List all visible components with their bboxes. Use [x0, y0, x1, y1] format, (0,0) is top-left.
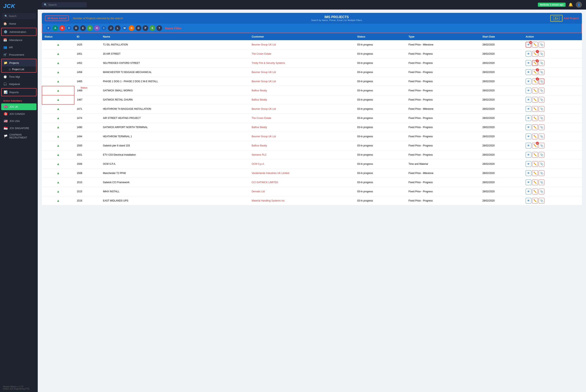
- allocate-button[interactable]: 📎: [539, 78, 544, 84]
- view-button[interactable]: 👁: [526, 106, 531, 112]
- allocate-button[interactable]: 📎: [539, 170, 544, 176]
- view-button[interactable]: 👁: [526, 115, 531, 121]
- customer-link[interactable]: The Crown Estate: [252, 117, 271, 120]
- customer-cell[interactable]: Beumer Group UK Ltd: [249, 68, 355, 77]
- customer-cell[interactable]: Trinity Fire & Security Systems: [249, 58, 355, 68]
- edit-button[interactable]: ✏️7: [532, 51, 538, 57]
- customer-cell[interactable]: The Crown Estate: [249, 49, 355, 58]
- edit-button[interactable]: ✏️11: [532, 143, 538, 148]
- edit-button[interactable]: ✏️: [532, 106, 538, 112]
- view-button[interactable]: 👁24: [526, 42, 531, 48]
- alpha-btn-e[interactable]: E: [80, 25, 86, 31]
- subsidiary-jck-canada[interactable]: 🇨🇦 JCK CANADA: [1, 110, 36, 117]
- customer-cell[interactable]: Beumer Group UK Ltd: [249, 40, 355, 49]
- allocate-button[interactable]: 📎: [539, 51, 544, 57]
- customer-link[interactable]: Vanderlande Industries UK Limited: [252, 172, 290, 174]
- customer-link[interactable]: Balfour Beatty: [252, 89, 267, 92]
- edit-button[interactable]: ✏️: [532, 198, 538, 204]
- customer-cell[interactable]: The Crown Estate: [249, 114, 355, 123]
- view-button[interactable]: 👁: [526, 69, 531, 75]
- view-button[interactable]: 👁: [526, 134, 531, 139]
- alpha-btn-c[interactable]: C: [66, 25, 72, 31]
- allocate-button[interactable]: 📎: [539, 152, 544, 158]
- allocate-button[interactable]: 📎: [539, 106, 544, 112]
- customer-cell[interactable]: Balfour Beatty: [249, 123, 355, 132]
- customer-link[interactable]: Beumer Group UK Ltd: [252, 108, 276, 110]
- sidebar-item-administration[interactable]: ⚙️ Administration: [1, 28, 36, 36]
- sidebar-item-procurement[interactable]: 🛒 Procurement: [0, 51, 38, 58]
- sidebar-item-project-list[interactable]: □ Project List: [2, 66, 36, 72]
- edit-button[interactable]: ✏️: [532, 42, 538, 48]
- customer-cell[interactable]: Balfour Beatty: [249, 95, 355, 104]
- view-button[interactable]: 👁: [526, 124, 531, 130]
- bell-icon[interactable]: 🔔: [568, 2, 573, 7]
- view-button[interactable]: 👁: [526, 161, 531, 167]
- allocate-button[interactable]: 📎: [539, 124, 544, 130]
- subsidiary-jck-usa[interactable]: 🇺🇸 JCK USA: [1, 118, 36, 124]
- allocate-button[interactable]: 📎: [539, 189, 544, 194]
- allocate-button[interactable]: 📎: [539, 134, 544, 139]
- customer-link[interactable]: Beumer Group UK Ltd: [252, 71, 276, 74]
- customer-link[interactable]: The Crown Estate: [252, 52, 271, 55]
- view-button[interactable]: 👁: [526, 143, 531, 148]
- view-button[interactable]: 👁: [526, 97, 531, 102]
- subsidiary-jck-singapore[interactable]: 🇸🇬 JCK SINGAPORE: [1, 125, 36, 132]
- sidebar-item-timemgt[interactable]: ⏱️ Time Mgt: [0, 73, 38, 80]
- customer-cell[interactable]: Balfour Beatty: [249, 141, 355, 150]
- allocate-button[interactable]: 📎: [539, 180, 544, 185]
- customer-link[interactable]: Beumer Group UK Ltd: [252, 135, 276, 138]
- sidebar-item-reports[interactable]: 📊 Reports: [1, 88, 36, 96]
- edit-button[interactable]: ✏️: [532, 88, 538, 94]
- customer-cell[interactable]: Vanderlande Industries UK Limited: [249, 169, 355, 178]
- view-button[interactable]: 👁: [526, 78, 531, 84]
- allocate-button[interactable]: 📎: [539, 88, 544, 94]
- allocate-button[interactable]: 📎: [539, 161, 544, 167]
- customer-cell[interactable]: Beumer Group UK Ltd: [249, 132, 355, 141]
- view-button[interactable]: 👁: [526, 60, 531, 66]
- add-project-button[interactable]: ⚠+: [550, 15, 562, 22]
- edit-button[interactable]: ✏️: [532, 189, 538, 194]
- alpha-btn-s[interactable]: S: [150, 25, 155, 31]
- customer-cell[interactable]: Dematic Ltd: [249, 187, 355, 196]
- alpha-btn-j[interactable]: J: [108, 25, 114, 31]
- alpha-btn-n[interactable]: N: [129, 25, 134, 31]
- customer-cell[interactable]: OCM S.p.A.: [249, 160, 355, 169]
- alpha-btn-p[interactable]: P: [142, 25, 148, 31]
- customer-link[interactable]: Balfour Beatty: [252, 126, 267, 129]
- subsidiary-chapman[interactable]: 🏳️ CHAPMAN RECRUITMENT: [1, 132, 36, 140]
- sidebar-item-projects[interactable]: 📁 Projects: [2, 59, 36, 66]
- edit-button[interactable]: ✏️: [532, 170, 538, 176]
- view-button[interactable]: 👁: [526, 51, 531, 57]
- customer-cell[interactable]: CCI GATWICK LIMITED: [249, 178, 355, 187]
- edit-button[interactable]: ✏️: [532, 152, 538, 158]
- customer-link[interactable]: CCI GATWICK LIMITED: [252, 181, 278, 184]
- customer-cell[interactable]: Beumer Group UK Ltd: [249, 104, 355, 114]
- user-avatar[interactable]: 👤: [576, 2, 582, 8]
- sidebar-item-attendance[interactable]: 📅 Attendance: [0, 36, 38, 44]
- allocate-button[interactable]: 📎: [539, 69, 544, 75]
- alpha-btn-o[interactable]: O: [136, 25, 141, 31]
- edit-button[interactable]: ✏️: [532, 115, 538, 121]
- alpha-btn-i[interactable]: I: [101, 25, 107, 31]
- edit-button[interactable]: ✏️: [532, 180, 538, 185]
- allocate-button[interactable]: 📎: [539, 115, 544, 121]
- alpha-btn-g[interactable]: G: [87, 25, 93, 31]
- customer-link[interactable]: Material Handling Systems Inc: [252, 199, 285, 202]
- customer-link[interactable]: Beumer Group UK Ltd: [252, 80, 276, 83]
- customer-cell[interactable]: Beumer Group UK Ltd: [249, 77, 355, 86]
- alpha-btn-d[interactable]: D: [73, 25, 79, 31]
- customer-link[interactable]: Siemens PLC: [252, 153, 266, 156]
- topbar-search[interactable]: 🔍 Search: [42, 2, 87, 7]
- subsidiary-jck-uk[interactable]: 🇬🇧 JCK UK: [1, 104, 36, 110]
- alpha-btn-2[interactable]: 2: [46, 25, 51, 31]
- edit-button[interactable]: ✏️3: [532, 69, 538, 75]
- view-button[interactable]: 👁: [526, 198, 531, 204]
- alpha-btn-b[interactable]: B: [59, 25, 65, 31]
- alpha-btn-h[interactable]: H: [94, 25, 100, 31]
- view-button[interactable]: 👁: [526, 180, 531, 185]
- view-button[interactable]: 👁: [526, 88, 531, 94]
- allocate-button[interactable]: 📎: [539, 143, 544, 148]
- sidebar-search[interactable]: 🔍 Search: [2, 13, 36, 19]
- customer-link[interactable]: Trinity Fire & Security Systems: [252, 62, 285, 64]
- sidebar-item-helpdesk[interactable]: 🎧 Helpdesk: [0, 80, 38, 88]
